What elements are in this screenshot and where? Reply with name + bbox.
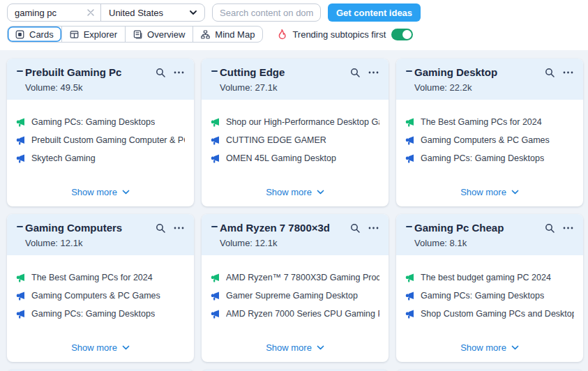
more-options-icon[interactable] <box>368 71 379 74</box>
cards-icon <box>15 30 24 39</box>
search-icon[interactable] <box>156 223 165 233</box>
topic-card-title[interactable]: Amd Ryzen 7 7800×3d <box>220 222 350 234</box>
more-options-icon[interactable] <box>174 71 184 74</box>
topic-card-title[interactable]: Gaming Pc Cheap <box>414 222 545 234</box>
headline-text[interactable]: The Best Gaming PCs for 2024 <box>31 273 153 283</box>
trending-toggle-switch[interactable] <box>391 29 413 40</box>
headline-text[interactable]: Gaming Computers & PC Games <box>31 291 160 301</box>
more-options-icon[interactable] <box>174 227 184 229</box>
topic-card-title[interactable]: Gaming Computers <box>25 222 156 234</box>
view-switcher-row: Cards Explorer Overview Mind <box>0 25 588 50</box>
get-content-ideas-button[interactable]: Get content ideas <box>328 3 421 22</box>
show-more-button[interactable]: Show more <box>460 342 519 355</box>
megaphone-icon <box>405 136 414 145</box>
domain-search-input[interactable] <box>212 3 321 22</box>
topic-card-header: Gaming Desktop Volume: 22.2k <box>396 59 583 100</box>
country-select-value: United States <box>109 8 163 18</box>
show-more-button[interactable]: Show more <box>266 342 324 355</box>
headline-item: Shop our High-Performance Desktop Gami..… <box>211 117 379 128</box>
view-tabs: Cards Explorer Overview Mind <box>7 26 263 43</box>
show-more-label: Show more <box>460 342 506 353</box>
topic-card-body: Shop our High-Performance Desktop Gami..… <box>202 100 389 206</box>
topic-volume: Volume: 12.1k <box>25 238 184 248</box>
topic-volume: Volume: 22.2k <box>414 82 573 93</box>
topic-card: Cutting Edge Volume: 27.1k <box>202 59 389 206</box>
search-icon[interactable] <box>545 223 555 233</box>
show-more-button[interactable]: Show more <box>71 342 130 355</box>
keyword-input[interactable] <box>8 4 86 21</box>
headline-text[interactable]: Gaming PCs: Gaming Desktops <box>421 153 544 164</box>
tab-mind-map[interactable]: Mind Map <box>193 26 262 42</box>
topic-card: Gaming Desktop Volume: 22.2k <box>396 59 583 206</box>
chevron-down-icon <box>190 10 197 15</box>
headline-item: Gaming Computers & PC Games <box>405 135 574 146</box>
tab-label: Mind Map <box>215 29 255 40</box>
headline-text[interactable]: Gaming PCs: Gaming Desktops <box>421 291 544 301</box>
topic-card-header: Gaming Computers Volume: 12.1k <box>7 214 194 255</box>
tab-cards[interactable]: Cards <box>8 26 61 42</box>
topic-card-header: Cutting Edge Volume: 27.1k <box>202 59 389 100</box>
headline-text[interactable]: AMD Ryzen™ 7 7800X3D Gaming Processor <box>226 273 379 283</box>
show-more-label: Show more <box>71 342 117 353</box>
headline-text[interactable]: Shop Custom Gaming PCs and Desktops <box>421 309 574 319</box>
show-more-button[interactable]: Show more <box>460 187 519 199</box>
headline-text[interactable]: Shop our High-Performance Desktop Gami..… <box>226 117 379 128</box>
headline-text[interactable]: Prebuilt Custom Gaming Computer & PC B..… <box>31 135 185 146</box>
megaphone-icon <box>405 154 414 163</box>
headline-item: Gaming PCs: Gaming Desktops <box>405 291 574 301</box>
headline-item: OMEN 45L Gaming Desktop <box>211 153 379 164</box>
tab-label: Cards <box>29 29 54 40</box>
megaphone-icon <box>405 310 414 319</box>
megaphone-icon <box>405 292 414 301</box>
headline-text[interactable]: Gaming PCs: Gaming Desktops <box>31 117 155 128</box>
country-select[interactable]: United States <box>101 4 204 21</box>
megaphone-icon <box>211 292 220 301</box>
headline-item: Gaming PCs: Gaming Desktops <box>16 117 185 128</box>
search-icon[interactable] <box>350 68 360 77</box>
chevron-down-icon <box>511 190 519 195</box>
cards-grid: Prebuilt Gaming Pc Volume: 49.5k <box>7 59 583 362</box>
topic-card-header: Gaming Pc Cheap Volume: 8.1k <box>396 214 583 255</box>
collapse-icon[interactable] <box>17 226 23 227</box>
megaphone-icon <box>16 136 25 145</box>
chevron-down-icon <box>511 345 519 350</box>
collapse-icon[interactable] <box>406 70 412 72</box>
headline-text[interactable]: Gaming PCs: Gaming Desktops <box>31 309 155 319</box>
report-icon <box>133 30 142 39</box>
headline-item: Gamer Supreme Gaming Desktop <box>211 291 379 301</box>
more-options-icon[interactable] <box>368 227 379 229</box>
more-options-icon[interactable] <box>563 227 573 229</box>
tab-explorer[interactable]: Explorer <box>61 26 125 42</box>
headline-text[interactable]: Gamer Supreme Gaming Desktop <box>226 291 358 301</box>
collapse-icon[interactable] <box>17 70 23 72</box>
tab-overview[interactable]: Overview <box>125 26 193 42</box>
headline-item: Gaming PCs: Gaming Desktops <box>405 153 574 164</box>
show-more-label: Show more <box>460 187 506 197</box>
show-more-button[interactable]: Show more <box>71 187 130 199</box>
headline-text[interactable]: The best budget gaming PC 2024 <box>421 273 551 283</box>
topic-card-title[interactable]: Prebuilt Gaming Pc <box>25 66 156 78</box>
search-icon[interactable] <box>545 68 555 77</box>
headline-text[interactable]: AMD Ryzen 7000 Series CPU Gaming PCs <box>226 309 379 319</box>
search-icon[interactable] <box>156 68 165 77</box>
collapse-icon[interactable] <box>211 226 218 227</box>
topic-card-title[interactable]: Cutting Edge <box>220 66 350 78</box>
headline-text[interactable]: Skytech Gaming <box>31 153 96 164</box>
headline-text[interactable]: Gaming Computers & PC Games <box>421 135 550 146</box>
tab-label: Explorer <box>84 29 117 40</box>
topic-card-header: Amd Ryzen 7 7800×3d Volume: 12.1k <box>202 214 389 255</box>
collapse-icon[interactable] <box>211 70 218 72</box>
headline-text[interactable]: The Best Gaming PCs for 2024 <box>421 117 542 128</box>
headline-item: CUTTING EDGE GAMER <box>211 135 379 146</box>
headline-text[interactable]: CUTTING EDGE GAMER <box>226 135 326 146</box>
show-more-label: Show more <box>266 187 312 197</box>
clear-keyword-icon[interactable] <box>86 4 100 21</box>
more-options-icon[interactable] <box>563 71 573 74</box>
headline-text[interactable]: OMEN 45L Gaming Desktop <box>226 153 336 164</box>
headline-item: Gaming Computers & PC Games <box>16 291 185 301</box>
topic-card-title[interactable]: Gaming Desktop <box>414 66 545 78</box>
collapse-icon[interactable] <box>406 226 412 227</box>
show-more-button[interactable]: Show more <box>266 187 324 199</box>
tab-label: Overview <box>147 29 185 40</box>
search-icon[interactable] <box>350 223 360 233</box>
